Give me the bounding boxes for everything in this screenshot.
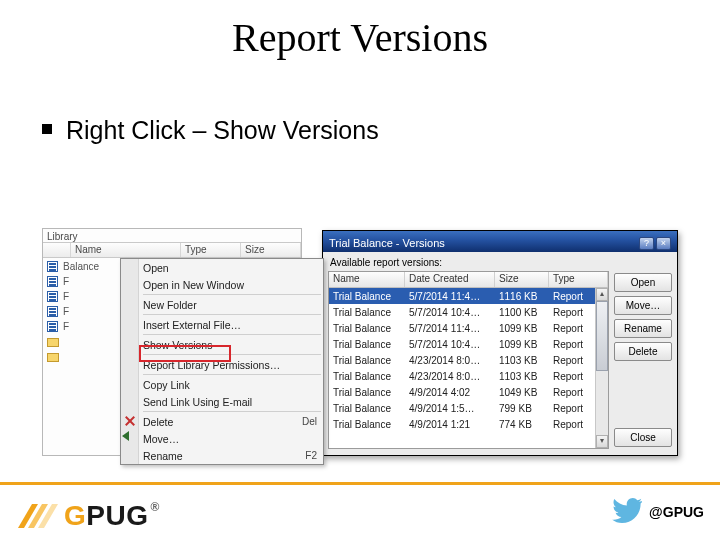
- version-row[interactable]: Trial Balance5/7/2014 11:4…1099 KBReport: [329, 320, 608, 336]
- report-icon: [47, 306, 58, 317]
- version-cell: Trial Balance: [329, 291, 405, 302]
- ctx-insert-external-file[interactable]: Insert External File…: [121, 316, 323, 333]
- version-cell: 4/9/2014 1:21: [405, 419, 495, 430]
- version-row[interactable]: Trial Balance5/7/2014 11:4…1116 KBReport: [329, 288, 608, 304]
- vertical-scrollbar[interactable]: ▴ ▾: [595, 288, 608, 448]
- library-col-size[interactable]: Size: [241, 243, 301, 257]
- delete-button[interactable]: Delete: [614, 342, 672, 361]
- library-row-label: F: [63, 321, 69, 332]
- bullet-list: Right Click – Show Versions: [42, 115, 720, 145]
- library-row-label: F: [63, 291, 69, 302]
- ctx-new-folder[interactable]: New Folder: [121, 296, 323, 313]
- gpug-logo: GPUG®: [18, 498, 160, 534]
- version-cell: 774 KB: [495, 419, 549, 430]
- versions-dialog: Trial Balance - Versions ? × Available r…: [322, 230, 678, 456]
- version-cell: 1103 KB: [495, 355, 549, 366]
- version-cell: 5/7/2014 11:4…: [405, 323, 495, 334]
- scroll-thumb[interactable]: [596, 301, 608, 371]
- bullet-marker: [42, 124, 52, 134]
- version-cell: 4/23/2014 8:0…: [405, 371, 495, 382]
- versions-header: Name Date Created Size Type: [329, 272, 608, 288]
- ctx-open[interactable]: Open: [121, 259, 323, 276]
- bullet-text: Right Click – Show Versions: [66, 115, 379, 145]
- version-cell: Trial Balance: [329, 355, 405, 366]
- scroll-down-icon[interactable]: ▾: [596, 435, 608, 448]
- help-button[interactable]: ?: [639, 237, 654, 250]
- close-button[interactable]: ×: [656, 237, 671, 250]
- col-name[interactable]: Name: [329, 272, 405, 287]
- version-row[interactable]: Trial Balance5/7/2014 10:4…1100 KBReport: [329, 304, 608, 320]
- library-row-label: F: [63, 306, 69, 317]
- dialog-subtitle: Available report versions:: [330, 257, 442, 268]
- ctx-copy-link[interactable]: Copy Link: [121, 376, 323, 393]
- version-cell: Trial Balance: [329, 323, 405, 334]
- version-cell: 799 KB: [495, 403, 549, 414]
- report-icon: [47, 261, 58, 272]
- library-col-type[interactable]: Type: [181, 243, 241, 257]
- ctx-open-new-window[interactable]: Open in New Window: [121, 276, 323, 293]
- delete-icon: [124, 415, 136, 427]
- ctx-delete[interactable]: DeleteDel: [121, 413, 323, 430]
- version-cell: Trial Balance: [329, 403, 405, 414]
- twitter-icon: [612, 498, 642, 528]
- version-cell: Trial Balance: [329, 307, 405, 318]
- ctx-show-versions[interactable]: Show Versions: [121, 336, 323, 353]
- version-cell: 1049 KB: [495, 387, 549, 398]
- version-cell: 1100 KB: [495, 307, 549, 318]
- logo-mark-icon: [18, 498, 62, 534]
- version-cell: Trial Balance: [329, 387, 405, 398]
- version-cell: 5/7/2014 11:4…: [405, 291, 495, 302]
- slide-title: Report Versions: [0, 14, 720, 61]
- version-row[interactable]: Trial Balance4/23/2014 8:0…1103 KBReport: [329, 368, 608, 384]
- version-cell: 1116 KB: [495, 291, 549, 302]
- library-title: Library: [43, 229, 301, 242]
- version-cell: 4/23/2014 8:0…: [405, 355, 495, 366]
- report-icon: [47, 276, 58, 287]
- col-size[interactable]: Size: [495, 272, 549, 287]
- version-row[interactable]: Trial Balance5/7/2014 10:4…1099 KBReport: [329, 336, 608, 352]
- version-row[interactable]: Trial Balance4/23/2014 8:0…1103 KBReport: [329, 352, 608, 368]
- version-row[interactable]: Trial Balance4/9/2014 1:21774 KBReport: [329, 416, 608, 432]
- dialog-titlebar[interactable]: Trial Balance - Versions ? ×: [323, 231, 677, 252]
- move-button[interactable]: Move…: [614, 296, 672, 315]
- context-menu: Open Open in New Window New Folder Inser…: [120, 258, 324, 465]
- close-dialog-button[interactable]: Close: [614, 428, 672, 447]
- version-row[interactable]: Trial Balance4/9/2014 4:021049 KBReport: [329, 384, 608, 400]
- version-cell: 4/9/2014 4:02: [405, 387, 495, 398]
- version-cell: 1099 KB: [495, 339, 549, 350]
- version-cell: Trial Balance: [329, 419, 405, 430]
- version-cell: 5/7/2014 10:4…: [405, 339, 495, 350]
- folder-icon: [47, 353, 59, 362]
- library-header: Name Type Size: [43, 242, 301, 258]
- library-row-label: Balance: [63, 261, 99, 272]
- scroll-up-icon[interactable]: ▴: [596, 288, 608, 301]
- version-cell: 1099 KB: [495, 323, 549, 334]
- col-date[interactable]: Date Created: [405, 272, 495, 287]
- col-type[interactable]: Type: [549, 272, 608, 287]
- version-cell: 1103 KB: [495, 371, 549, 382]
- library-row-label: F: [63, 276, 69, 287]
- version-cell: 5/7/2014 10:4…: [405, 307, 495, 318]
- ctx-move[interactable]: Move…: [121, 430, 323, 447]
- rename-button[interactable]: Rename: [614, 319, 672, 338]
- open-button[interactable]: Open: [614, 273, 672, 292]
- version-row[interactable]: Trial Balance4/9/2014 1:5…799 KBReport: [329, 400, 608, 416]
- dialog-title-text: Trial Balance - Versions: [329, 237, 445, 249]
- logo-text: GPUG®: [64, 500, 160, 532]
- version-cell: 4/9/2014 1:5…: [405, 403, 495, 414]
- version-cell: Trial Balance: [329, 339, 405, 350]
- report-icon: [47, 321, 58, 332]
- slide-footer: GPUG® @GPUG: [0, 482, 720, 540]
- ctx-rename[interactable]: RenameF2: [121, 447, 323, 464]
- move-icon: [122, 431, 129, 441]
- ctx-send-link-email[interactable]: Send Link Using E-mail: [121, 393, 323, 410]
- report-icon: [47, 291, 58, 302]
- ctx-report-permissions[interactable]: Report Library Permissions…: [121, 356, 323, 373]
- folder-icon: [47, 338, 59, 347]
- library-col-name[interactable]: Name: [71, 243, 181, 257]
- twitter-handle: @GPUG: [649, 504, 704, 520]
- footer-rule: [0, 482, 720, 485]
- version-cell: Trial Balance: [329, 371, 405, 382]
